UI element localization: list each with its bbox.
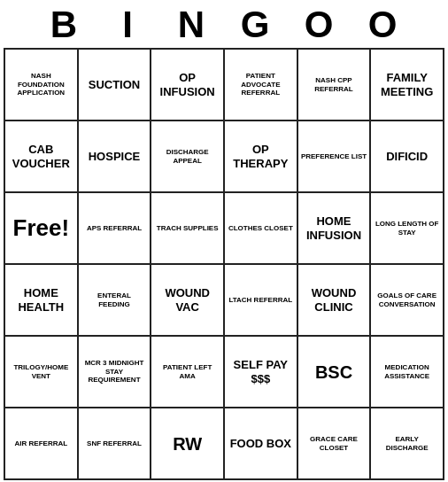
- cell-21: LTACH REFERRAL: [224, 264, 297, 336]
- bingo-header: B I N G O O: [0, 0, 448, 48]
- cell-27: SELF PAY $$$: [224, 336, 297, 408]
- cell-13: APS REFERRAL: [78, 192, 151, 264]
- cell-8: DISCHARGE APPEAL: [151, 120, 224, 192]
- cell-24: TRILOGY/HOME VENT: [4, 336, 78, 408]
- letter-n: N: [160, 4, 224, 46]
- cell-5: FAMILY MEETING: [370, 49, 444, 120]
- cell-15: CLOTHES CLOSET: [224, 192, 297, 264]
- letter-g: G: [224, 4, 288, 46]
- cell-23: GOALS OF CARE CONVERSATION: [370, 264, 444, 336]
- cell-26: PATIENT LEFT AMA: [151, 336, 224, 408]
- cell-3: PATIENT ADVOCATE REFERRAL: [224, 49, 297, 120]
- bingo-grid: NASH FOUNDATION APPLICATIONSUCTIONOP INF…: [4, 48, 444, 480]
- letter-b: B: [33, 4, 97, 46]
- cell-28: BSC: [297, 336, 371, 408]
- cell-20: WOUND VAC: [151, 264, 224, 336]
- cell-17: LONG LENGTH OF STAY: [370, 192, 444, 264]
- cell-16: HOME INFUSION: [297, 192, 371, 264]
- cell-2: OP INFUSION: [151, 49, 224, 120]
- cell-18: HOME HEALTH: [4, 264, 78, 336]
- letter-o1: O: [288, 4, 351, 46]
- cell-10: PREFERENCE LIST: [297, 120, 371, 192]
- cell-14: TRACH SUPPLIES: [151, 192, 224, 264]
- cell-12: Free!: [4, 192, 78, 264]
- cell-22: WOUND CLINIC: [297, 264, 371, 336]
- cell-7: HOSPICE: [78, 120, 151, 192]
- cell-4: NASH CPP REFERRAL: [297, 49, 371, 120]
- cell-11: DIFICID: [370, 120, 444, 192]
- cell-0: NASH FOUNDATION APPLICATION: [4, 49, 78, 120]
- cell-35: EARLY DISCHARGE: [370, 408, 444, 479]
- cell-30: AIR REFERRAL: [4, 408, 78, 479]
- cell-32: RW: [151, 408, 224, 479]
- cell-25: MCR 3 MIDNIGHT STAY REQUIREMENT: [78, 336, 151, 408]
- cell-29: MEDICATION ASSISTANCE: [370, 336, 444, 408]
- cell-9: OP THERAPY: [224, 120, 297, 192]
- cell-33: FOOD BOX: [224, 408, 297, 479]
- letter-i: I: [97, 4, 160, 46]
- cell-6: CAB VOUCHER: [4, 120, 78, 192]
- letter-o2: O: [351, 4, 415, 46]
- cell-1: SUCTION: [78, 49, 151, 120]
- cell-19: ENTERAL FEEDING: [78, 264, 151, 336]
- cell-34: GRACE CARE CLOSET: [297, 408, 371, 479]
- cell-31: SNF REFERRAL: [78, 408, 151, 479]
